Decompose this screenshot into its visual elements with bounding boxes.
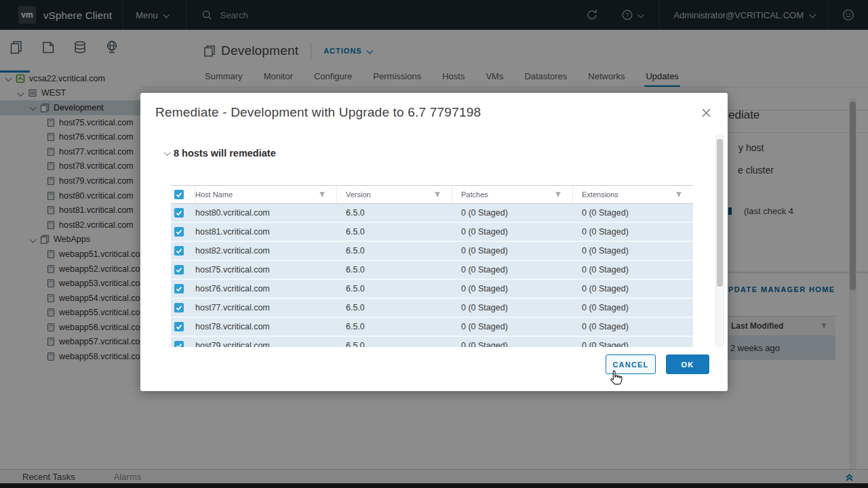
checkbox-cell [171,318,195,336]
extensions-cell: 0 (0 Staged) [573,242,693,260]
select-all-checkbox[interactable] [174,190,184,199]
patches-cell: 0 (0 Staged) [452,242,573,260]
checkbox-cell [171,242,195,260]
extensions-cell: 0 (0 Staged) [573,261,693,279]
host-name-cell: host77.vcritical.com [195,299,337,317]
chevron-down-icon [164,149,171,156]
column-label: Version [346,190,371,199]
select-all-cell [171,186,195,203]
checkbox-cell [171,280,195,298]
column-header-patches: Patches [452,186,573,203]
row-checkbox[interactable] [174,246,184,256]
filter-icon[interactable] [319,191,326,198]
version-cell: 6.5.0 [337,280,452,298]
checkbox-cell [171,204,195,222]
row-checkbox[interactable] [174,284,184,293]
host-row-host76-vcritical-com[interactable]: host76.vcritical.com6.5.00 (0 Staged)0 (… [171,280,693,299]
host-name-cell: host78.vcritical.com [195,318,337,336]
column-header-host-name: Host Name [195,186,337,203]
ok-button[interactable]: OK [666,354,709,374]
checkbox-cell [171,223,195,241]
host-name-cell: host80.vcritical.com [195,204,337,222]
mouse-cursor-hand [607,369,625,391]
version-cell: 6.5.0 [337,223,452,241]
host-row-host79-vcritical-com[interactable]: host79.vcritical.com6.5.00 (0 Staged)0 (… [171,337,693,347]
version-cell: 6.5.0 [337,261,452,279]
filter-icon[interactable] [675,191,682,198]
column-header-version: Version [337,186,452,203]
version-cell: 6.5.0 [337,204,452,222]
patches-cell: 0 (0 Staged) [452,280,573,298]
column-header-extensions: Extensions [573,186,693,203]
host-name-cell: host81.vcritical.com [195,223,337,241]
row-checkbox[interactable] [174,208,184,218]
patches-cell: 0 (0 Staged) [452,223,573,241]
filter-icon[interactable] [555,191,561,198]
checkbox-cell [171,337,195,347]
vsphere-client-window: vm vSphere Client Menu Search ? [0,0,868,488]
section-label: 8 hosts will remediate [174,148,276,159]
remediate-dialog: Remediate - Development with Upgrade to … [140,93,728,391]
extensions-cell: 0 (0 Staged) [573,223,693,241]
column-label: Patches [461,190,488,199]
patches-cell: 0 (0 Staged) [452,204,573,222]
host-row-host78-vcritical-com[interactable]: host78.vcritical.com6.5.00 (0 Staged)0 (… [171,318,693,337]
host-name-cell: host75.vcritical.com [195,261,337,279]
patches-cell: 0 (0 Staged) [452,318,573,336]
row-checkbox[interactable] [174,227,184,237]
version-cell: 6.5.0 [337,318,452,336]
version-cell: 6.5.0 [337,242,452,260]
host-row-host75-vcritical-com[interactable]: host75.vcritical.com6.5.00 (0 Staged)0 (… [171,261,693,280]
column-label: Extensions [582,190,618,199]
host-name-cell: host76.vcritical.com [195,280,337,298]
host-name-cell: host79.vcritical.com [195,337,337,347]
version-cell: 6.5.0 [337,337,452,347]
close-icon[interactable] [701,108,711,118]
patches-cell: 0 (0 Staged) [452,299,573,317]
extensions-cell: 0 (0 Staged) [573,280,693,298]
extensions-cell: 0 (0 Staged) [573,337,693,347]
extensions-cell: 0 (0 Staged) [573,299,693,317]
row-checkbox[interactable] [174,322,184,331]
extensions-cell: 0 (0 Staged) [573,204,693,222]
extensions-cell: 0 (0 Staged) [573,318,693,336]
host-row-host80-vcritical-com[interactable]: host80.vcritical.com6.5.00 (0 Staged)0 (… [171,204,693,223]
dialog-title: Remediate - Development with Upgrade to … [155,105,481,120]
version-cell: 6.5.0 [337,299,452,317]
row-checkbox[interactable] [174,303,184,312]
table-body: host80.vcritical.com6.5.00 (0 Staged)0 (… [171,204,693,347]
row-checkbox[interactable] [174,265,184,274]
row-checkbox[interactable] [174,341,184,347]
host-row-host82-vcritical-com[interactable]: host82.vcritical.com6.5.00 (0 Staged)0 (… [171,242,693,261]
patches-cell: 0 (0 Staged) [452,337,573,347]
filter-icon[interactable] [434,191,441,198]
dialog-scrollbar-thumb[interactable] [717,139,723,287]
checkbox-cell [171,261,195,279]
hosts-section-header[interactable]: 8 hosts will remediate [164,148,276,159]
table-header-row: Host NameVersionPatchesExtensions [171,185,693,204]
host-row-host81-vcritical-com[interactable]: host81.vcritical.com6.5.00 (0 Staged)0 (… [171,223,693,242]
host-row-host77-vcritical-com[interactable]: host77.vcritical.com6.5.00 (0 Staged)0 (… [171,299,693,318]
patches-cell: 0 (0 Staged) [452,261,573,279]
host-name-cell: host82.vcritical.com [195,242,337,260]
column-label: Host Name [195,190,233,199]
checkbox-cell [171,299,195,317]
hosts-table: Host NameVersionPatchesExtensions host80… [171,185,693,347]
